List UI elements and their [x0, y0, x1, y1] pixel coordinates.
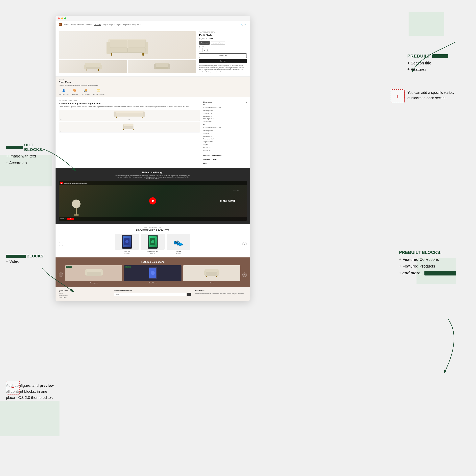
variant-buttons: Parchment Afternoon White [199, 41, 247, 45]
footer-mission: Our Mission Share contact information, s… [195, 290, 247, 298]
nav-blog2[interactable]: Blog Post 2 [132, 24, 140, 26]
collections-prev-button[interactable]: ‹ [59, 272, 63, 277]
accordion-dimensions-header[interactable]: Dimensions ∧ [203, 101, 247, 103]
annotation-prebuilt-top: PREBUILT + Section title + Features [407, 53, 448, 73]
nav-links: Home Catalog Product 1 Product 2 Product… [64, 24, 140, 26]
play-button[interactable] [149, 197, 156, 204]
video-bottom-bar: Watch on YouTube [59, 217, 247, 221]
rest-easy-label: OFFER [59, 79, 247, 80]
collection-1-name[interactable]: Frame page [65, 282, 122, 284]
feature-buy-now-pay-later: 💳 Buy Now Pay Later [93, 88, 104, 95]
svg-rect-41 [86, 269, 102, 272]
prebuilt-blocks-dark-bar [425, 271, 456, 275]
search-icon[interactable]: 🔍 [241, 24, 243, 26]
prebuilt-feature-2: + Features [407, 66, 448, 73]
svg-rect-50 [217, 271, 219, 275]
close-icon[interactable] [58, 17, 60, 19]
svg-rect-31 [123, 129, 124, 130]
prebuilt-blocks-item-3-text: and more... [402, 271, 424, 275]
video-overlay-text: more detail [220, 199, 235, 203]
svg-text:84": 84" [129, 119, 130, 120]
accordion-construction-header[interactable]: Cushions + Construction ∨ [203, 154, 247, 156]
collections-next-button[interactable]: › [242, 272, 247, 277]
footer-mission-title: Our Mission [195, 290, 247, 291]
variant-afternoon[interactable]: Afternoon White [211, 41, 225, 45]
svg-rect-48 [205, 269, 219, 272]
phone-2-image [148, 235, 158, 249]
collections-list: A Product Frame page A Product [65, 265, 240, 284]
accordion-dimensions-label: Dimensions [203, 101, 212, 103]
minimize-icon[interactable] [61, 17, 63, 19]
svg-rect-32 [133, 129, 134, 130]
footer-submit-button[interactable]: → [187, 293, 191, 296]
rec-prev-button[interactable]: ‹ [59, 242, 63, 246]
nav-page2[interactable]: Page 2 [109, 24, 114, 26]
add-block-plus-button-bottom[interactable]: + [6, 381, 20, 394]
browser-window: CF Home Catalog Product 1 Product 2 Prod… [55, 16, 250, 301]
footer-email-input[interactable] [114, 293, 186, 296]
buy-now-button[interactable]: Buy Now [199, 59, 247, 63]
accordion-materials-header[interactable]: Materials + Fabrics ∨ [203, 158, 247, 160]
accordion-construction-label: Cushions + Construction [203, 154, 222, 156]
footer-link-search[interactable]: Search [59, 293, 110, 294]
shipping-icon: 🚚 [83, 88, 88, 93]
nav-product3[interactable]: Product 3 [94, 24, 101, 26]
collection-2-image: A Product [124, 265, 181, 281]
prebuilt-blocks-item-2: + Featured Products [399, 263, 456, 270]
nav-blog1[interactable]: Blog Post 1 [122, 24, 131, 26]
rest-easy-section: OFFER Rest Easy Versatile designs that b… [55, 76, 250, 97]
built-blocks-features: + Image with text + Accordion [6, 153, 53, 166]
dimensions-left: STANDARD DIMENSIONS It's beautiful in an… [59, 100, 200, 165]
sofa-size-label: 84" [60, 119, 62, 120]
svg-rect-21 [114, 111, 144, 113]
collection-3-name[interactable]: Demo [183, 282, 240, 284]
video-player[interactable]: scene ▶ Cousins Furniture Promotional Vi… [59, 181, 247, 221]
rec-next-button[interactable]: › [242, 242, 247, 246]
footer-link-privacy[interactable]: Privacy policy [59, 297, 110, 298]
footer-subscribe: Subscribe to our emails → [114, 290, 191, 298]
rec-product-3-name: Sneaker [167, 251, 190, 253]
prebuilt-blocks-item-1: + Featured Collections [399, 256, 456, 263]
svg-point-39 [151, 240, 154, 243]
rec-product-3-image: 👟 [167, 234, 190, 250]
built-feature-1: + Image with text [6, 153, 53, 159]
add-block-right-text: You can add a specific variety of blocks… [407, 89, 458, 101]
built-blocks-label: UILT BLOCKS: [24, 143, 53, 152]
youtube-icon: ▶ [60, 182, 63, 184]
prebuilt-blocks-items: + Featured Collections + Featured Produc… [399, 256, 456, 276]
qty-increase-button[interactable]: + [206, 48, 209, 52]
phone-screen [123, 237, 131, 247]
footer-quick-links: Quick Links Search Model Answers Privacy… [59, 290, 110, 298]
rest-easy-desc: Versatile designs that blend easy comfor… [59, 84, 247, 86]
feature-see-in-person: 👤 See it in Person [59, 88, 68, 95]
svg-rect-19 [168, 64, 170, 69]
watch-on-label: Watch on [60, 218, 66, 220]
collection-2-name[interactable]: Smartphone [124, 282, 181, 284]
cart-icon[interactable]: 🛒 [245, 24, 247, 26]
prebuilt-features: + Section title + Features [407, 60, 448, 73]
svg-rect-11 [85, 63, 101, 67]
maximize-icon[interactable] [64, 17, 66, 19]
collection-1-badge: A Product [66, 266, 72, 268]
accordion-care-header[interactable]: Care ∨ [203, 162, 247, 164]
nav-product1[interactable]: Product 1 [77, 24, 84, 26]
product-thumb-2[interactable] [128, 60, 196, 73]
nav-page3[interactable]: Page 3 [116, 24, 121, 26]
bg-decoration-bottom [0, 401, 60, 436]
product-thumb-1[interactable] [59, 60, 127, 73]
phone-product-image [122, 235, 132, 249]
nav-page1[interactable]: Page 1 [103, 24, 108, 26]
phone-2-screen [149, 237, 157, 247]
add-block-plus-button-top[interactable]: + [391, 89, 405, 103]
svg-point-37 [125, 240, 129, 243]
nav-product2[interactable]: Product 2 [85, 24, 92, 26]
variant-parchment[interactable]: Parchment [199, 41, 210, 45]
footer-link-models[interactable]: Model Answers [59, 295, 110, 296]
nav-catalog[interactable]: Catalog [70, 24, 76, 26]
add-to-cart-button[interactable]: Add to Cart [199, 53, 247, 58]
nav-home[interactable]: Home [64, 24, 68, 26]
dimensions-section-label: STANDARD DIMENSIONS [59, 100, 200, 102]
qty-decrease-button[interactable]: − [199, 48, 203, 52]
collection-3-image [183, 265, 240, 281]
svg-rect-34 [76, 208, 77, 215]
